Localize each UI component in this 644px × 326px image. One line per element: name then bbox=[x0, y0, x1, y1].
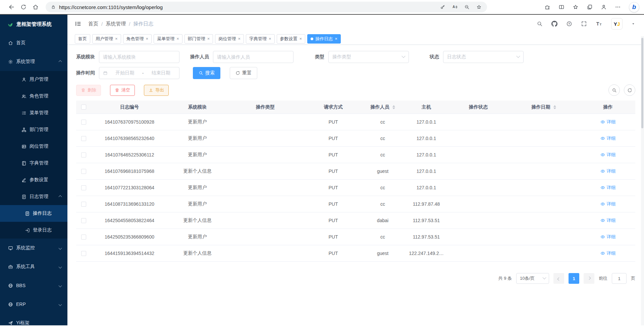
tab-oper-log[interactable]: 操作日志× bbox=[307, 34, 341, 44]
sidebar-item-sys-monitor[interactable]: 系统监控 bbox=[0, 239, 67, 257]
sidebar-item-home[interactable]: 首页 bbox=[0, 34, 67, 52]
close-icon[interactable]: × bbox=[146, 36, 149, 41]
row-checkbox[interactable] bbox=[81, 120, 86, 125]
detail-link[interactable]: 详细 bbox=[600, 152, 616, 158]
show-search-toggle-button[interactable] bbox=[608, 84, 620, 96]
detail-link[interactable]: 详细 bbox=[600, 250, 616, 256]
sidebar-item-log-mgmt[interactable]: 日志管理 bbox=[0, 188, 67, 205]
row-checkbox[interactable] bbox=[81, 202, 86, 207]
sidebar-item-dept-mgmt[interactable]: 部门管理 bbox=[0, 121, 67, 138]
status-select[interactable]: 日志状态 bbox=[443, 51, 524, 63]
zoom-out-icon[interactable] bbox=[464, 4, 470, 10]
row-checkbox[interactable] bbox=[81, 152, 86, 157]
close-icon[interactable]: × bbox=[115, 36, 118, 41]
fullscreen-icon[interactable] bbox=[581, 21, 587, 27]
detail-link[interactable]: 详细 bbox=[600, 119, 616, 125]
tab-home[interactable]: 首页 bbox=[75, 34, 90, 44]
page-number-button[interactable]: 1 bbox=[569, 273, 579, 284]
sidebar-item-bbs[interactable]: BBS bbox=[0, 276, 67, 295]
type-select[interactable]: 操作类型 bbox=[328, 51, 409, 63]
row-checkbox[interactable] bbox=[81, 136, 86, 141]
clear-button[interactable]: 清空 bbox=[110, 85, 135, 96]
operator-input[interactable] bbox=[217, 54, 289, 60]
row-checkbox[interactable] bbox=[81, 169, 86, 174]
add-favorites-star-icon[interactable] bbox=[476, 4, 482, 10]
row-checkbox[interactable] bbox=[81, 251, 86, 256]
detail-link[interactable]: 详细 bbox=[600, 217, 616, 223]
sidebar-item-oper-log[interactable]: 操作日志 bbox=[0, 205, 67, 222]
reset-button[interactable]: 重置 bbox=[230, 67, 257, 79]
tab-role-mgmt[interactable]: 角色管理× bbox=[123, 34, 152, 44]
app-logo[interactable]: 意框架管理系统 bbox=[0, 15, 67, 34]
sidebar-item-yi-framework[interactable]: Yi框架 bbox=[0, 314, 67, 325]
sidebar-item-dict-mgmt[interactable]: 字典管理 bbox=[0, 155, 67, 172]
page-size-select[interactable]: 10条/页 bbox=[516, 273, 549, 284]
scrollbar-thumb[interactable] bbox=[641, 38, 643, 128]
close-icon[interactable]: × bbox=[300, 36, 302, 41]
row-checkbox[interactable] bbox=[81, 218, 86, 223]
module-input[interactable] bbox=[103, 54, 175, 60]
search-button[interactable]: 搜索 bbox=[193, 67, 220, 79]
col-date[interactable]: 操作日期 bbox=[507, 104, 581, 110]
delete-button[interactable]: 删除 bbox=[76, 85, 101, 96]
breadcrumb-home[interactable]: 首页 bbox=[88, 21, 98, 27]
collections-icon[interactable] bbox=[587, 4, 593, 10]
close-icon[interactable]: × bbox=[207, 36, 210, 41]
copilot-bing-icon[interactable]: b bbox=[629, 2, 639, 12]
detail-link[interactable]: 详细 bbox=[600, 135, 616, 141]
sort-icon[interactable] bbox=[392, 105, 395, 109]
detail-link[interactable]: 详细 bbox=[600, 234, 616, 240]
goto-page-input[interactable] bbox=[612, 273, 627, 284]
read-aloud-icon[interactable] bbox=[452, 4, 458, 10]
breadcrumb-system-mgmt[interactable]: 系统管理 bbox=[106, 21, 126, 27]
sidebar-item-menu-mgmt[interactable]: 菜单管理 bbox=[0, 105, 67, 121]
search-icon[interactable] bbox=[537, 21, 543, 27]
password-key-icon[interactable] bbox=[440, 4, 445, 10]
select-all-checkbox[interactable] bbox=[81, 105, 86, 110]
refresh-table-button[interactable] bbox=[624, 84, 635, 96]
close-icon[interactable]: × bbox=[335, 36, 337, 41]
user-avatar[interactable]: YJ bbox=[611, 18, 623, 29]
prev-page-button[interactable] bbox=[553, 273, 564, 284]
date-range-picker[interactable]: 开始日期 - 结束日期 bbox=[99, 67, 179, 79]
row-checkbox[interactable] bbox=[81, 235, 86, 240]
tab-user-mgmt[interactable]: 用户管理× bbox=[92, 34, 121, 44]
sidebar-item-system-mgmt[interactable]: 系统管理 bbox=[0, 52, 67, 71]
home-button[interactable] bbox=[30, 1, 42, 13]
page-scrollbar[interactable] bbox=[641, 36, 644, 325]
font-size-icon[interactable] bbox=[596, 20, 602, 27]
sidebar-item-param-settings[interactable]: 参数设置 bbox=[0, 172, 67, 188]
github-icon[interactable] bbox=[551, 21, 557, 27]
export-button[interactable]: 导出 bbox=[144, 85, 169, 96]
detail-link[interactable]: 详细 bbox=[600, 168, 616, 174]
favorites-icon[interactable] bbox=[573, 4, 579, 10]
back-button[interactable] bbox=[5, 1, 17, 13]
detail-link[interactable]: 详细 bbox=[600, 185, 616, 191]
split-screen-icon[interactable] bbox=[558, 4, 565, 10]
sidebar-item-login-log[interactable]: 登录日志 bbox=[0, 222, 67, 239]
tab-post-mgmt[interactable]: 岗位管理× bbox=[215, 34, 244, 44]
address-bar[interactable]: https://ccnetcore.com:1101/system/log/op… bbox=[46, 2, 487, 12]
col-operator[interactable]: 操作人员 bbox=[363, 104, 403, 110]
sidebar-item-user-mgmt[interactable]: 用户管理 bbox=[0, 71, 67, 88]
sidebar-item-sys-tools[interactable]: 系统工具 bbox=[0, 257, 67, 276]
tab-param-settings[interactable]: 参数设置× bbox=[277, 34, 306, 44]
sidebar-item-post-mgmt[interactable]: 岗位管理 bbox=[0, 138, 67, 155]
tab-dept-mgmt[interactable]: 部门管理× bbox=[184, 34, 213, 44]
help-question-icon[interactable] bbox=[566, 21, 572, 27]
detail-link[interactable]: 详细 bbox=[600, 201, 616, 207]
tab-dict-mgmt[interactable]: 字典管理× bbox=[246, 34, 275, 44]
sort-icon[interactable] bbox=[553, 105, 556, 109]
profile-avatar-icon[interactable] bbox=[601, 4, 607, 10]
extensions-icon[interactable] bbox=[544, 4, 550, 10]
refresh-button[interactable] bbox=[17, 1, 30, 13]
settings-more-icon[interactable] bbox=[615, 4, 621, 10]
next-page-button[interactable] bbox=[584, 273, 594, 284]
close-icon[interactable]: × bbox=[269, 36, 271, 41]
sidebar-toggle-icon[interactable] bbox=[75, 20, 82, 27]
row-checkbox[interactable] bbox=[81, 185, 86, 190]
avatar-caret-down-icon[interactable] bbox=[631, 22, 635, 26]
tab-menu-mgmt[interactable]: 菜单管理× bbox=[154, 34, 182, 44]
close-icon[interactable]: × bbox=[238, 36, 240, 41]
sidebar-item-role-mgmt[interactable]: 角色管理 bbox=[0, 88, 67, 105]
